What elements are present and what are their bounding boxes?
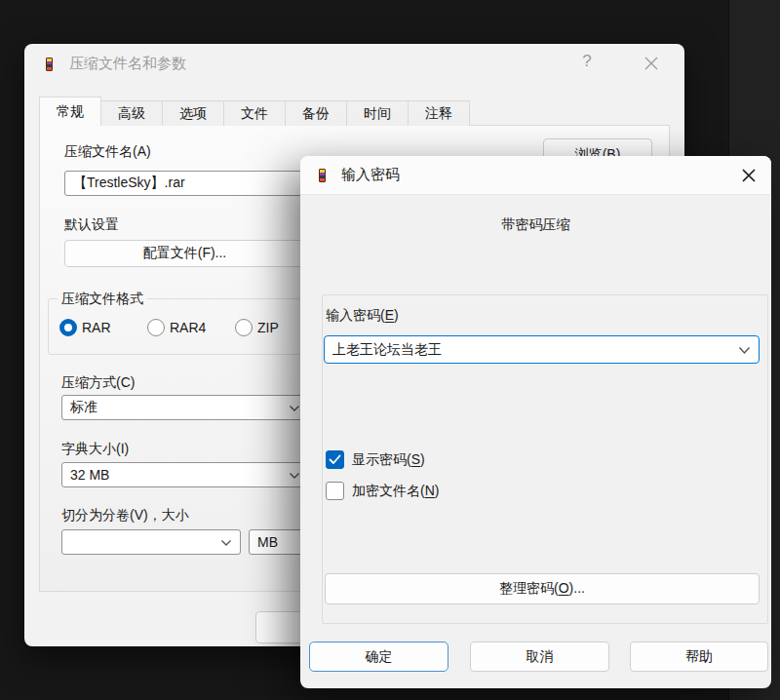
label-post: )...	[569, 580, 585, 596]
radio-rar4-label: RAR4	[170, 320, 206, 335]
chevron-down-icon	[220, 534, 232, 550]
tab-advanced[interactable]: 高级	[100, 100, 163, 126]
archive-dialog-titlebar[interactable]: 压缩文件名和参数 ?	[24, 44, 684, 85]
organize-passwords-label: 整理密码(O)...	[499, 580, 585, 598]
help-button[interactable]: 帮助	[630, 642, 768, 672]
radio-dot	[147, 319, 165, 336]
label-post: )	[435, 483, 440, 498]
archive-name-label: 压缩文件名(A)	[64, 143, 151, 161]
close-icon[interactable]	[642, 54, 661, 73]
split-volume-combo[interactable]	[61, 529, 241, 555]
label-post: )	[420, 451, 425, 467]
show-password-label: 显示密码(S)	[352, 451, 425, 469]
cancel-button-label: 取消	[526, 648, 554, 666]
password-dialog-title: 输入密码	[341, 166, 400, 184]
dictionary-label: 字典大小(I)	[61, 441, 129, 458]
chevron-down-icon	[289, 467, 300, 483]
tab-label: 文件	[241, 105, 268, 123]
organize-passwords-button[interactable]: 整理密码(O)...	[325, 573, 760, 604]
radio-zip[interactable]: ZIP	[235, 319, 279, 336]
tab-label: 时间	[364, 105, 391, 123]
archive-dialog-title: 压缩文件名和参数	[69, 55, 186, 73]
radio-zip-label: ZIP	[257, 320, 279, 335]
label-pre: 加密文件名(	[352, 483, 425, 498]
label-mnemonic: O	[559, 580, 569, 596]
tab-label: 注释	[425, 105, 452, 123]
label-mnemonic: N	[425, 483, 435, 498]
chevron-down-icon[interactable]	[738, 342, 751, 358]
tab-label: 高级	[118, 105, 145, 123]
show-password-checkbox[interactable]: 显示密码(S)	[326, 450, 425, 469]
winrar-icon	[310, 166, 334, 185]
password-header-text: 带密码压缩	[300, 216, 771, 234]
method-value: 标准	[70, 399, 285, 416]
dictionary-dropdown[interactable]: 32 MB	[61, 462, 309, 487]
tab-files[interactable]: 文件	[223, 100, 286, 126]
label-pre: 整理密码(	[499, 580, 559, 596]
encrypt-names-label: 加密文件名(N)	[352, 483, 439, 500]
tab-label: 常规	[57, 103, 84, 121]
method-label: 压缩方式(C)	[61, 374, 135, 392]
password-dialog: 输入密码 带密码压缩 输入密码(E) 上老王论坛当老王 显示密码(S) 加密文件…	[300, 156, 771, 688]
defaults-label: 默认设置	[64, 216, 119, 234]
encrypt-names-checkbox[interactable]: 加密文件名(N)	[326, 482, 439, 500]
tab-options[interactable]: 选项	[162, 100, 224, 126]
help-icon[interactable]: ?	[576, 52, 598, 71]
checkbox-checked-icon	[326, 450, 344, 469]
radio-rar[interactable]: RAR	[59, 319, 111, 336]
password-value: 上老王论坛当老王	[332, 341, 734, 359]
label-mnemonic: S	[411, 451, 420, 467]
tab-bar: 常规 高级 选项 文件 备份 时间 注释	[39, 99, 469, 126]
dictionary-value: 32 MB	[70, 467, 285, 483]
format-group-label: 压缩文件格式	[58, 291, 147, 308]
tab-comment[interactable]: 注释	[408, 100, 470, 126]
ok-button[interactable]: 确定	[309, 642, 448, 672]
profiles-button[interactable]: 配置文件(F)...	[64, 240, 305, 267]
password-label-post: )	[394, 307, 399, 323]
tab-time[interactable]: 时间	[346, 100, 409, 126]
chevron-down-icon	[289, 400, 300, 415]
checkbox-unchecked-icon	[326, 482, 344, 500]
label-pre: 显示密码(	[352, 451, 411, 467]
radio-rar-label: RAR	[82, 320, 111, 335]
radio-dot	[59, 319, 77, 336]
password-input[interactable]: 上老王论坛当老王	[324, 335, 760, 364]
password-label: 输入密码(E)	[326, 307, 399, 325]
method-dropdown[interactable]: 标准	[61, 395, 309, 420]
radio-dot	[235, 319, 253, 336]
password-label-mnemonic: E	[385, 307, 394, 323]
winrar-icon	[37, 55, 61, 74]
split-volume-label: 切分为分卷(V)，大小	[61, 507, 189, 525]
tab-label: 选项	[179, 105, 207, 123]
password-dialog-titlebar[interactable]: 输入密码	[300, 156, 771, 195]
password-label-pre: 输入密码(	[326, 307, 385, 323]
radio-rar4[interactable]: RAR4	[147, 319, 206, 336]
profiles-button-label: 配置文件(F)...	[143, 245, 227, 262]
help-button-label: 帮助	[685, 648, 713, 666]
close-icon[interactable]	[738, 165, 760, 186]
ok-button-label: 确定	[366, 648, 393, 666]
tab-label: 备份	[302, 105, 330, 123]
cancel-button[interactable]: 取消	[470, 642, 609, 672]
tab-general[interactable]: 常规	[39, 97, 101, 126]
tab-backup[interactable]: 备份	[285, 100, 347, 126]
